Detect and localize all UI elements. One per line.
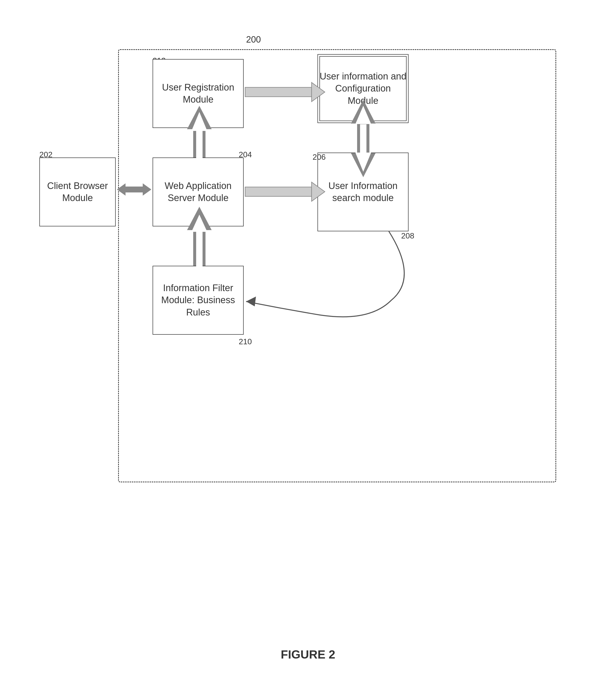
label-200: 200: [246, 35, 261, 45]
user-info-config-label: User information andConfigurationModule: [320, 70, 406, 107]
figure-label: FIGURE 2: [281, 648, 335, 661]
info-filter-box: Information FilterModule: BusinessRules: [153, 266, 244, 335]
info-filter-label: Information FilterModule: BusinessRules: [161, 282, 235, 319]
client-browser-box: Client BrowserModule: [39, 158, 116, 226]
user-info-config-box: User information andConfigurationModule: [318, 54, 408, 123]
user-registration-box: User RegistrationModule: [153, 59, 244, 128]
label-208: 208: [401, 231, 414, 240]
user-registration-label: User RegistrationModule: [162, 81, 234, 106]
client-browser-label: Client BrowserModule: [47, 180, 108, 204]
web-app-server-label: Web ApplicationServer Module: [165, 180, 232, 204]
web-app-server-box: Web ApplicationServer Module: [153, 158, 244, 226]
label-206: 206: [313, 153, 326, 162]
user-info-search-label: User Informationsearch module: [329, 180, 398, 204]
label-210: 210: [239, 337, 252, 346]
diagram-container: 200 202 Client BrowserModule 212 User Re…: [24, 20, 592, 610]
label-204: 204: [239, 150, 252, 159]
user-info-search-box: User Informationsearch module: [318, 153, 408, 231]
